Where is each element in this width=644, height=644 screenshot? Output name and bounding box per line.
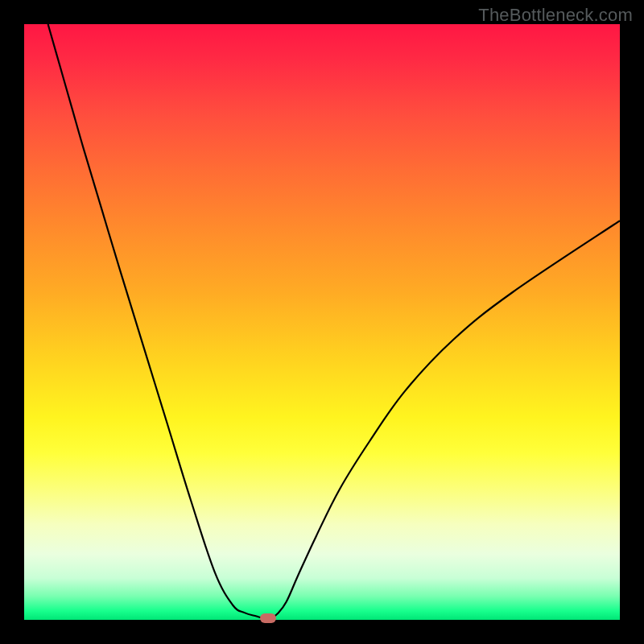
attribution-text: TheBottleneck.com [478,5,633,26]
chart-frame: TheBottleneck.com [0,0,644,644]
bottleneck-curve [24,24,620,620]
optimal-marker [260,613,276,623]
plot-area [24,24,620,620]
